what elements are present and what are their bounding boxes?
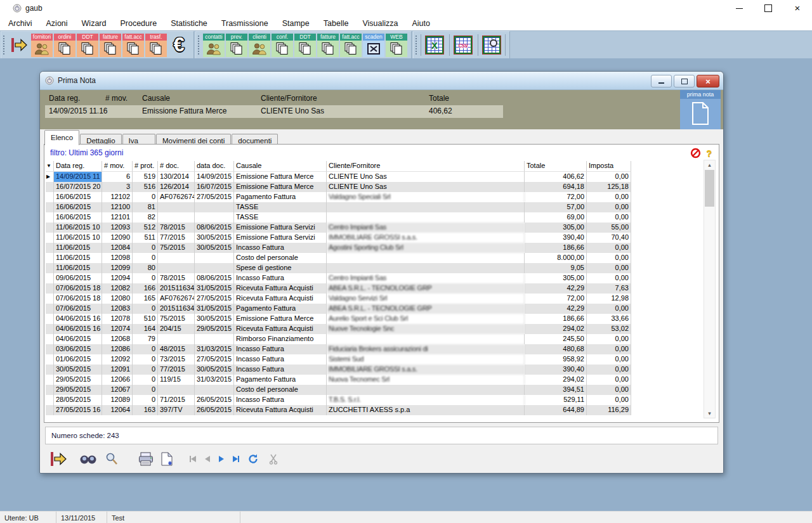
window-maximize-button[interactable] [674,75,695,87]
table-row[interactable]: 04/06/20151206879Rimborso Finanziamento2… [46,334,631,344]
menu-tabelle[interactable]: Tabelle [317,16,356,30]
menu-archivi[interactable]: Archivi [1,16,39,30]
table-row[interactable]: 01/06/201512092073/201527/05/2015Incasso… [46,354,631,365]
table-row[interactable]: 11/06/20151209980Spese di gestione9,050,… [46,263,631,273]
cancel-icon[interactable] [690,148,701,158]
table-row[interactable]: 11/06/2015 101209051177/201530/05/2015Em… [46,233,631,243]
cell-data-doc [195,385,234,395]
table-row[interactable]: 29/05/2015120660119/1531/03/2015Pagament… [46,375,631,385]
toolbar-scaden-button[interactable]: scaden [363,34,384,57]
table-row[interactable]: 27/05/2015 1612064163397/TV26/05/2015Ric… [46,405,631,415]
toolbar-contatti-button[interactable]: contatti [203,34,225,57]
menu-procedure[interactable]: Procedure [113,16,164,30]
new-record-button[interactable] [159,451,174,467]
table-row[interactable]: 07/06/2015120830201511634131/05/2015Paga… [46,304,631,314]
table-row[interactable]: 07/06/2015 1812080165AF0762674127/05/201… [46,294,631,304]
toolbar-fatt-acc-button[interactable]: fatt.acc [340,34,362,57]
nav-last-button[interactable] [233,456,239,462]
column-header-cliente-fornitore[interactable]: Cliente/Fornitore [327,161,525,172]
toolbar-prev-button[interactable]: prev. [226,34,247,57]
cell-totale: 390,40 [525,365,587,375]
table-row[interactable]: 07/06/2015 1812082166201511634131/05/201… [46,283,631,294]
nav-next-button[interactable] [219,456,224,462]
print-button[interactable] [138,451,154,467]
column-header-imposta[interactable]: Imposta [587,161,631,172]
menu-wizard[interactable]: Wizard [75,16,114,30]
export-csv-button[interactable]: csv [449,34,476,56]
table-row[interactable]: 09/06/201512094078/201508/06/2015Incasso… [46,273,631,283]
toolbar-web-button[interactable]: WEB [386,34,407,57]
table-row[interactable]: 11/06/2015 101209351278/201508/06/2015Em… [46,223,631,233]
toolbar-ddt-button[interactable]: DDT [77,34,98,57]
column-header-totale[interactable]: Totale [525,161,587,172]
close-button[interactable]: × [783,0,812,16]
cell-prot: 0 [133,192,158,202]
window-minimize-button[interactable] [651,75,672,87]
table-row[interactable]: 16/06/2015121020AF0762674127/05/2015Paga… [46,192,631,202]
docs-icon [317,41,339,57]
table-row[interactable]: 11/06/201512084075/201530/05/2015Incasso… [46,243,631,253]
table-row[interactable]: 11/06/2015120980Costo del personale8.000… [46,253,631,263]
toolbar-fatt-acc-button[interactable]: fatt.acc [122,34,144,57]
toolbar-fatture-button[interactable]: fatture [317,34,339,57]
cell-data-doc: 31/05/2015 [195,304,234,314]
toolbar-conf-button[interactable]: conf. [272,34,293,57]
window-close-button[interactable]: × [697,75,719,87]
menu-visualizza[interactable]: Visualizza [355,16,405,30]
menu-statistiche[interactable]: Statistiche [164,16,214,30]
table-row[interactable]: 04/06/2015 161207851075/201530/05/2015Em… [46,314,631,324]
ddt-label: DDT [77,34,98,41]
menu-stampe[interactable]: Stampe [275,16,317,30]
help-icon[interactable]: ? [704,148,714,158]
vertical-scrollbar[interactable]: ▴ ▾ [704,160,716,418]
column-header-causale[interactable]: Causale [234,161,327,172]
column-header-data-reg[interactable]: Data reg. [54,161,102,172]
cell-doc [158,202,195,212]
gripper-handle[interactable] [3,35,5,55]
menu-trasmissione[interactable]: Trasmissione [214,16,275,30]
column-header-doc[interactable]: # doc. [158,161,195,172]
menu-azioni[interactable]: Azioni [39,16,75,30]
toolbar-ordini-button[interactable]: ordini [54,34,75,57]
refresh-button[interactable] [247,453,259,465]
zoom-button[interactable] [105,452,119,466]
print-preview-button[interactable] [478,34,506,56]
toolbar-trasf-button[interactable]: trasf. [145,34,167,57]
toolbar-ddt-button[interactable]: DDT [294,34,316,57]
exit-button[interactable] [49,450,68,468]
scrollbar-thumb[interactable] [705,170,714,207]
table-row[interactable]: 29/05/2015120670Costo del personale394,5… [46,385,631,395]
column-header-mov[interactable]: # mov. [102,161,133,172]
toolbar-fornitori-button[interactable]: fornitori [31,34,53,57]
toolbar-fatture-button[interactable]: fatture [100,34,121,57]
toolbar-clienti-button[interactable]: clienti [249,34,270,57]
gripper-handle[interactable] [197,35,200,55]
menu-aiuto[interactable]: Aiuto [405,16,437,30]
euro-button[interactable]: € [168,34,190,57]
column-header-prot[interactable]: # prot. [133,161,158,172]
table-row[interactable]: 16/07/2015 203516126/201416/07/2015Emiss… [46,182,631,192]
table-row[interactable]: 16/06/20151210182TASSE69,000,00 [46,212,631,223]
table-row[interactable]: ▶14/09/2015 116519130/201414/09/2015Emis… [46,172,631,182]
gripper-handle[interactable] [415,35,417,55]
tab-elenco[interactable]: Elenco [44,130,79,145]
binoculars-button[interactable] [79,453,97,465]
table-row[interactable]: 03/06/201512086048/201531/03/2015Incasso… [46,344,631,354]
exit-button[interactable] [8,34,30,57]
export-excel-button[interactable]: X [421,34,448,56]
maximize-button[interactable] [754,0,783,16]
table-row[interactable]: 30/05/201512091077/201530/05/2015Incasso… [46,365,631,375]
cut-button[interactable] [268,453,280,465]
table-row[interactable]: 04/06/2015 1612074164204/1529/05/2015Ric… [46,324,631,334]
column-header-data-doc[interactable]: data doc. [195,161,234,172]
nav-prev-button[interactable] [205,456,210,462]
nav-first-button[interactable] [190,456,196,462]
sort-desc-icon[interactable]: ▼ [46,161,54,172]
cell-imposta: 0,00 [587,172,631,182]
table-row[interactable]: 16/06/20151210081TASSE57,000,00 [46,202,631,212]
scroll-up-icon[interactable]: ▴ [704,161,715,169]
scroll-down-icon[interactable]: ▾ [704,410,715,417]
minimize-button[interactable] [724,0,754,16]
current-record-row[interactable]: 14/09/2015 11.16 Emissione Fattura Merce… [45,105,503,118]
table-row[interactable]: 28/05/201512089071/201526/05/2015Incasso… [46,395,631,405]
